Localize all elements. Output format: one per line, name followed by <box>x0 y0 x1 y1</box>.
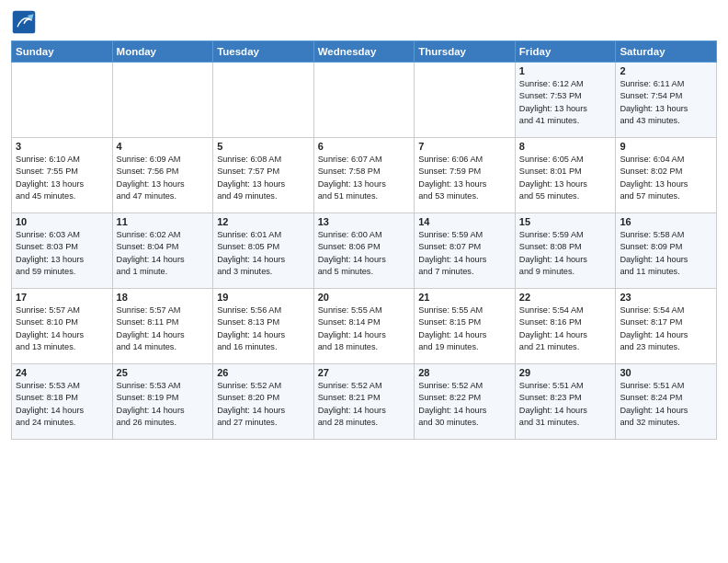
calendar-cell: 26Sunrise: 5:52 AM Sunset: 8:20 PM Dayli… <box>213 364 314 440</box>
calendar-cell: 12Sunrise: 6:01 AM Sunset: 8:05 PM Dayli… <box>213 213 314 289</box>
calendar-cell: 16Sunrise: 5:58 AM Sunset: 8:09 PM Dayli… <box>616 213 717 289</box>
calendar-cell <box>12 63 113 138</box>
day-info: Sunrise: 5:59 AM Sunset: 8:07 PM Dayligh… <box>418 229 511 278</box>
day-info: Sunrise: 5:53 AM Sunset: 8:18 PM Dayligh… <box>16 380 108 429</box>
calendar-cell: 4Sunrise: 6:09 AM Sunset: 7:56 PM Daylig… <box>112 138 213 213</box>
weekday-header: Monday <box>112 41 213 63</box>
calendar-week-row: 24Sunrise: 5:53 AM Sunset: 8:18 PM Dayli… <box>12 364 717 440</box>
day-info: Sunrise: 5:54 AM Sunset: 8:17 PM Dayligh… <box>620 304 712 353</box>
day-info: Sunrise: 5:51 AM Sunset: 8:24 PM Dayligh… <box>620 380 712 429</box>
day-info: Sunrise: 6:02 AM Sunset: 8:04 PM Dayligh… <box>117 229 210 278</box>
calendar-cell: 19Sunrise: 5:56 AM Sunset: 8:13 PM Dayli… <box>213 289 314 364</box>
weekday-header-row: SundayMondayTuesdayWednesdayThursdayFrid… <box>12 41 717 63</box>
day-number: 23 <box>620 292 712 303</box>
logo <box>11 9 40 35</box>
day-info: Sunrise: 6:00 AM Sunset: 8:06 PM Dayligh… <box>318 229 411 278</box>
weekday-header: Wednesday <box>313 41 415 63</box>
day-info: Sunrise: 5:59 AM Sunset: 8:08 PM Dayligh… <box>519 229 612 278</box>
calendar-cell <box>415 63 516 138</box>
day-number: 10 <box>16 216 108 227</box>
day-info: Sunrise: 6:05 AM Sunset: 8:01 PM Dayligh… <box>519 154 612 202</box>
day-number: 7 <box>418 141 511 152</box>
day-info: Sunrise: 6:07 AM Sunset: 7:58 PM Dayligh… <box>318 154 411 202</box>
day-info: Sunrise: 5:54 AM Sunset: 8:16 PM Dayligh… <box>519 304 612 353</box>
day-info: Sunrise: 5:57 AM Sunset: 8:11 PM Dayligh… <box>117 304 210 353</box>
day-number: 26 <box>217 367 310 378</box>
day-info: Sunrise: 5:55 AM Sunset: 8:15 PM Dayligh… <box>418 304 511 353</box>
calendar-cell: 14Sunrise: 5:59 AM Sunset: 8:07 PM Dayli… <box>415 213 516 289</box>
day-info: Sunrise: 5:52 AM Sunset: 8:22 PM Dayligh… <box>418 380 511 429</box>
calendar-cell: 18Sunrise: 5:57 AM Sunset: 8:11 PM Dayli… <box>112 289 213 364</box>
calendar-week-row: 1Sunrise: 6:12 AM Sunset: 7:53 PM Daylig… <box>12 63 717 138</box>
calendar-week-row: 17Sunrise: 5:57 AM Sunset: 8:10 PM Dayli… <box>12 289 717 364</box>
day-number: 5 <box>217 141 310 152</box>
day-number: 4 <box>117 141 210 152</box>
day-number: 9 <box>620 141 712 152</box>
weekday-header: Thursday <box>415 41 516 63</box>
calendar-table: SundayMondayTuesdayWednesdayThursdayFrid… <box>11 40 717 440</box>
day-number: 24 <box>16 367 108 378</box>
calendar-cell: 10Sunrise: 6:03 AM Sunset: 8:03 PM Dayli… <box>12 213 113 289</box>
calendar-week-row: 10Sunrise: 6:03 AM Sunset: 8:03 PM Dayli… <box>12 213 717 289</box>
day-info: Sunrise: 5:52 AM Sunset: 8:20 PM Dayligh… <box>217 380 310 429</box>
day-number: 19 <box>217 292 310 303</box>
calendar-cell: 17Sunrise: 5:57 AM Sunset: 8:10 PM Dayli… <box>12 289 113 364</box>
day-number: 22 <box>519 292 612 303</box>
calendar-cell: 9Sunrise: 6:04 AM Sunset: 8:02 PM Daylig… <box>616 138 717 213</box>
day-number: 18 <box>117 292 210 303</box>
day-number: 20 <box>318 292 411 303</box>
day-number: 30 <box>620 367 712 378</box>
day-number: 25 <box>117 367 210 378</box>
day-info: Sunrise: 6:03 AM Sunset: 8:03 PM Dayligh… <box>16 229 108 278</box>
calendar-cell <box>313 63 415 138</box>
day-number: 27 <box>318 367 411 378</box>
day-info: Sunrise: 6:10 AM Sunset: 7:55 PM Dayligh… <box>16 154 108 202</box>
day-number: 17 <box>16 292 108 303</box>
day-info: Sunrise: 6:08 AM Sunset: 7:57 PM Dayligh… <box>217 154 310 202</box>
day-number: 21 <box>418 292 511 303</box>
day-number: 8 <box>519 141 612 152</box>
day-info: Sunrise: 6:01 AM Sunset: 8:05 PM Dayligh… <box>217 229 310 278</box>
page: SundayMondayTuesdayWednesdayThursdayFrid… <box>0 0 728 563</box>
calendar-cell <box>213 63 314 138</box>
calendar-cell: 7Sunrise: 6:06 AM Sunset: 7:59 PM Daylig… <box>415 138 516 213</box>
calendar-week-row: 3Sunrise: 6:10 AM Sunset: 7:55 PM Daylig… <box>12 138 717 213</box>
day-number: 14 <box>418 216 511 227</box>
calendar-cell: 24Sunrise: 5:53 AM Sunset: 8:18 PM Dayli… <box>12 364 113 440</box>
day-number: 12 <box>217 216 310 227</box>
day-number: 2 <box>620 65 712 76</box>
calendar-cell: 8Sunrise: 6:05 AM Sunset: 8:01 PM Daylig… <box>515 138 616 213</box>
weekday-header: Saturday <box>616 41 717 63</box>
calendar-cell: 6Sunrise: 6:07 AM Sunset: 7:58 PM Daylig… <box>313 138 415 213</box>
day-number: 1 <box>519 65 612 76</box>
calendar-cell: 28Sunrise: 5:52 AM Sunset: 8:22 PM Dayli… <box>415 364 516 440</box>
calendar-cell: 29Sunrise: 5:51 AM Sunset: 8:23 PM Dayli… <box>515 364 616 440</box>
calendar-cell: 21Sunrise: 5:55 AM Sunset: 8:15 PM Dayli… <box>415 289 516 364</box>
day-info: Sunrise: 5:58 AM Sunset: 8:09 PM Dayligh… <box>620 229 712 278</box>
day-number: 29 <box>519 367 612 378</box>
calendar-cell <box>112 63 213 138</box>
logo-icon <box>11 9 37 35</box>
calendar-cell: 5Sunrise: 6:08 AM Sunset: 7:57 PM Daylig… <box>213 138 314 213</box>
day-info: Sunrise: 5:57 AM Sunset: 8:10 PM Dayligh… <box>16 304 108 353</box>
day-number: 11 <box>117 216 210 227</box>
calendar-cell: 20Sunrise: 5:55 AM Sunset: 8:14 PM Dayli… <box>313 289 415 364</box>
calendar-cell: 25Sunrise: 5:53 AM Sunset: 8:19 PM Dayli… <box>112 364 213 440</box>
weekday-header: Friday <box>515 41 616 63</box>
calendar-cell: 2Sunrise: 6:11 AM Sunset: 7:54 PM Daylig… <box>616 63 717 138</box>
calendar-cell: 3Sunrise: 6:10 AM Sunset: 7:55 PM Daylig… <box>12 138 113 213</box>
day-info: Sunrise: 5:56 AM Sunset: 8:13 PM Dayligh… <box>217 304 310 353</box>
day-number: 28 <box>418 367 511 378</box>
day-info: Sunrise: 6:12 AM Sunset: 7:53 PM Dayligh… <box>519 78 612 127</box>
day-info: Sunrise: 5:52 AM Sunset: 8:21 PM Dayligh… <box>318 380 411 429</box>
weekday-header: Sunday <box>12 41 113 63</box>
day-info: Sunrise: 6:06 AM Sunset: 7:59 PM Dayligh… <box>418 154 511 202</box>
day-number: 6 <box>318 141 411 152</box>
header <box>11 9 717 35</box>
day-info: Sunrise: 6:11 AM Sunset: 7:54 PM Dayligh… <box>620 78 712 127</box>
day-number: 15 <box>519 216 612 227</box>
day-info: Sunrise: 6:04 AM Sunset: 8:02 PM Dayligh… <box>620 154 712 202</box>
day-info: Sunrise: 5:55 AM Sunset: 8:14 PM Dayligh… <box>318 304 411 353</box>
day-number: 13 <box>318 216 411 227</box>
calendar-cell: 15Sunrise: 5:59 AM Sunset: 8:08 PM Dayli… <box>515 213 616 289</box>
